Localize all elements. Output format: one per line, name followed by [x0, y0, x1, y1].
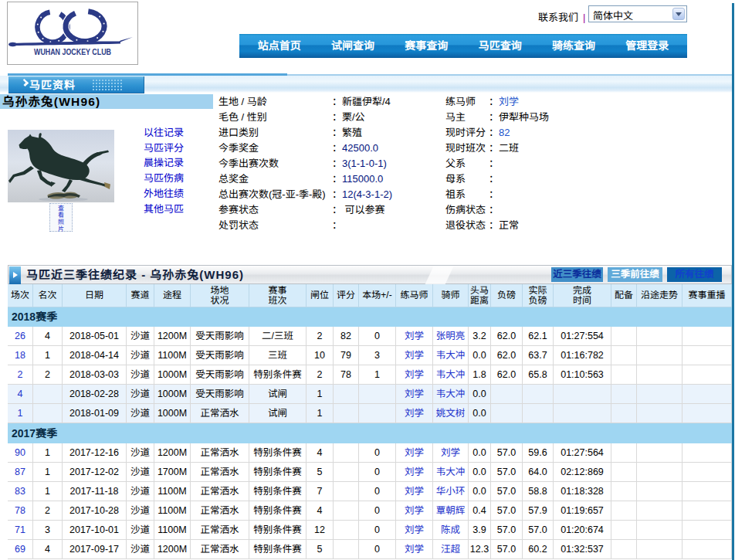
svg-text:WUHAN JOCKEY CLUB: WUHAN JOCKEY CLUB [34, 47, 111, 56]
